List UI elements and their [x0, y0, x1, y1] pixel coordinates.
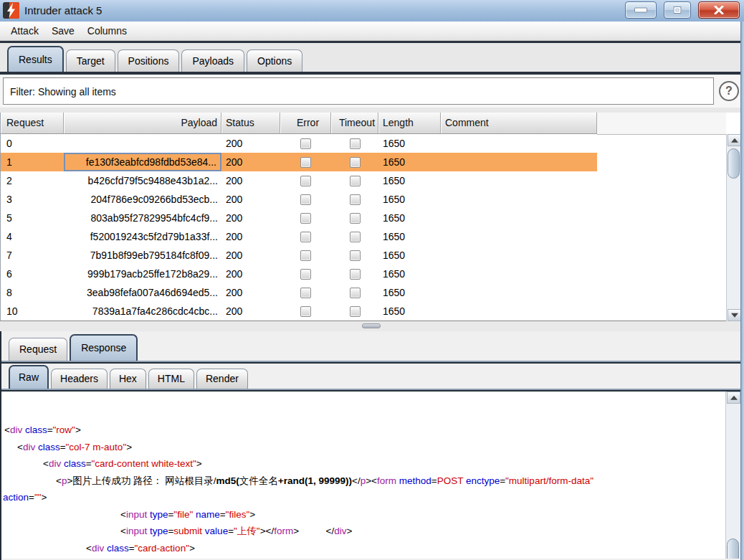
column-header-error[interactable]: Error	[280, 113, 331, 133]
results-table: RequestPayloadStatusErrorTimeoutLengthCo…	[0, 113, 740, 321]
table-row[interactable]: 83eab98fefa007a46d694ed5...2001650	[1, 283, 597, 302]
error-cell	[280, 283, 331, 302]
length-cell: 1650	[378, 246, 441, 265]
timeout-checkbox[interactable]	[350, 306, 361, 317]
help-icon[interactable]: ?	[719, 81, 739, 101]
timeout-cell	[331, 302, 378, 321]
table-body: 020016501fe130f3eabfcd98fdbd53e84...2001…	[1, 134, 726, 321]
timeout-checkbox[interactable]	[350, 213, 361, 224]
response-scrollbar[interactable]	[725, 391, 740, 559]
error-checkbox[interactable]	[300, 194, 311, 205]
timeout-cell	[331, 190, 378, 209]
timeout-checkbox[interactable]	[350, 194, 361, 205]
error-checkbox[interactable]	[300, 213, 311, 224]
scroll-down-icon[interactable]	[728, 309, 741, 321]
error-checkbox[interactable]	[300, 138, 311, 149]
payload-cell: fe130f3eabfcd98fdbd53e84...	[64, 153, 221, 171]
table-row[interactable]: 107839a1a7fa4c286cdc4cbc...2001650	[1, 302, 597, 321]
timeout-checkbox[interactable]	[350, 176, 361, 186]
table-row[interactable]: 02001650	[1, 134, 597, 153]
tab-raw[interactable]: Raw	[9, 365, 49, 389]
tab-render[interactable]: Render	[196, 369, 248, 389]
scrollbar-thumb[interactable]	[727, 538, 739, 559]
timeout-checkbox[interactable]	[350, 269, 361, 280]
tab-hex[interactable]: Hex	[110, 369, 146, 389]
timeout-checkbox[interactable]	[350, 250, 361, 261]
scrollbar-thumb[interactable]	[728, 148, 740, 179]
status-cell: 200	[221, 171, 280, 190]
scroll-up-icon[interactable]	[727, 391, 740, 404]
error-checkbox[interactable]	[300, 288, 311, 298]
table-row[interactable]: 4f520019243c5f2d79b1a33f...2001650	[1, 227, 597, 246]
tab-headers[interactable]: Headers	[51, 369, 108, 389]
status-cell: 200	[221, 134, 280, 153]
maximize-button[interactable]	[664, 1, 691, 19]
request-cell: 10	[1, 302, 64, 321]
error-checkbox[interactable]	[300, 232, 311, 242]
error-cell	[280, 227, 331, 246]
status-cell: 200	[221, 302, 280, 321]
table-row[interactable]: 5803ab95f27829954bfc4cf9...2001650	[1, 209, 597, 227]
comment-cell	[441, 246, 597, 265]
window-border	[740, 22, 744, 560]
close-button[interactable]	[698, 1, 740, 19]
splitter-grip[interactable]	[362, 323, 381, 328]
menu-attack[interactable]: Attack	[4, 22, 45, 40]
timeout-checkbox[interactable]	[350, 232, 361, 242]
burp-logo-icon	[3, 2, 19, 19]
tab-results[interactable]: Results	[7, 46, 64, 72]
tab-response[interactable]: Response	[70, 334, 138, 361]
payload-cell: 3eab98fefa007a46d694ed5...	[64, 283, 221, 302]
table-row[interactable]: 6999b179acb25ffe172b8a29...2001650	[1, 265, 597, 283]
request-cell: 4	[1, 227, 64, 246]
table-header: RequestPayloadStatusErrorTimeoutLengthCo…	[1, 113, 597, 134]
timeout-cell	[331, 153, 378, 171]
status-cell: 200	[221, 283, 280, 302]
timeout-checkbox[interactable]	[350, 288, 361, 298]
payload-cell: 7839a1a7fa4c286cdc4cbc...	[64, 302, 221, 321]
column-header-timeout[interactable]: Timeout	[331, 113, 378, 133]
comment-cell	[441, 265, 597, 283]
tab-target[interactable]: Target	[66, 49, 115, 72]
column-header-comment[interactable]: Comment	[441, 113, 597, 133]
error-checkbox[interactable]	[300, 269, 311, 280]
column-header-request[interactable]: Request	[1, 113, 64, 133]
tab-html[interactable]: HTML	[148, 369, 194, 389]
error-checkbox[interactable]	[300, 250, 311, 261]
length-cell: 1650	[378, 190, 441, 209]
comment-cell	[441, 209, 597, 227]
column-header-status[interactable]: Status	[221, 113, 280, 133]
table-scrollbar[interactable]	[726, 134, 741, 321]
menu-save[interactable]: Save	[45, 22, 81, 40]
error-checkbox[interactable]	[300, 306, 311, 317]
response-raw-view[interactable]: <div class="row"><div class="col-7 m-aut…	[1, 391, 740, 559]
column-header-length[interactable]: Length	[378, 113, 441, 133]
menu-columns[interactable]: Columns	[81, 22, 133, 40]
filter-text: Filter: Showing all items	[10, 78, 116, 105]
code-line: <div class="col-7 m-auto">	[1, 439, 740, 456]
timeout-checkbox[interactable]	[350, 157, 361, 168]
error-checkbox[interactable]	[300, 176, 311, 186]
tab-positions[interactable]: Positions	[118, 49, 180, 72]
view-tabs: RawHeadersHexHTMLRender	[1, 364, 740, 389]
timeout-cell	[331, 171, 378, 190]
timeout-checkbox[interactable]	[350, 138, 361, 149]
message-tabs: RequestResponse	[1, 331, 740, 361]
error-checkbox[interactable]	[300, 157, 311, 168]
tab-payloads[interactable]: Payloads	[181, 49, 244, 72]
table-row[interactable]: 3204f786e9c09266bd53ecb...2001650	[1, 190, 597, 209]
minimize-button[interactable]	[625, 1, 657, 19]
tab-options[interactable]: Options	[247, 49, 302, 72]
table-row[interactable]: 1fe130f3eabfcd98fdbd53e84...2001650	[1, 153, 597, 171]
tab-request[interactable]: Request	[9, 338, 67, 361]
table-row[interactable]: 77b91b8f99eb795184fc8f09...2001650	[1, 246, 597, 265]
filter-bar[interactable]: Filter: Showing all items	[3, 77, 714, 105]
request-cell: 3	[1, 190, 64, 209]
status-cell: 200	[221, 246, 280, 265]
request-cell: 5	[1, 209, 64, 227]
code-line: action="">	[1, 489, 740, 506]
table-row[interactable]: 2b426cfd79f5c9488e43b1a2...2001650	[1, 171, 597, 190]
minimize-icon	[634, 8, 647, 13]
scroll-up-icon[interactable]	[728, 134, 741, 146]
column-header-payload[interactable]: Payload	[64, 113, 221, 133]
